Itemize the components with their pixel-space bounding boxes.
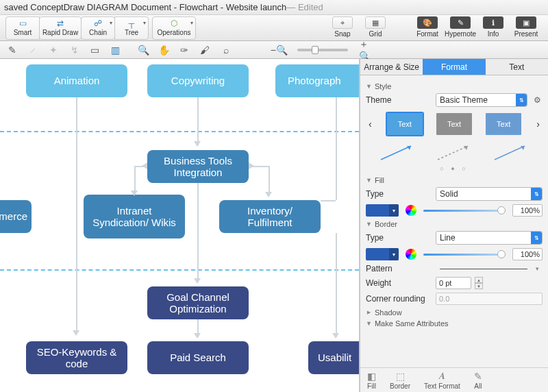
node-goal-channel[interactable]: Goal Channel Optimization (147, 286, 249, 319)
node-paid-search[interactable]: Paid Search (147, 341, 249, 374)
fill-type-label: Type (366, 189, 432, 199)
corner-rounding-label: Corner rounding (366, 294, 432, 304)
node-usability[interactable]: Usabilit (308, 341, 360, 374)
zoom-in-icon[interactable]: ＋🔍 (359, 43, 373, 57)
library-icon[interactable]: ▥ (109, 43, 123, 57)
svg-line-4 (495, 146, 525, 160)
node-photograph[interactable]: Photograph (275, 64, 359, 97)
tab-arrange-size[interactable]: Arrange & Size (360, 59, 423, 75)
node-inventory[interactable]: Inventory/ Fulfilment (219, 200, 321, 233)
connector (336, 233, 337, 337)
section-shadow[interactable]: ▼Shadow (366, 308, 543, 317)
arrow-style-preview[interactable] (435, 142, 473, 162)
node-animation[interactable]: Animation (26, 64, 127, 97)
doc-title: saved ConceptDraw DIAGRAM Document - Flo… (4, 2, 286, 12)
page-dots[interactable]: ○ ● ○ (366, 165, 543, 172)
grid-button[interactable]: ▦Grid (359, 16, 392, 40)
operations-button[interactable]: ⬡Operations▾ (152, 16, 196, 40)
smart-button[interactable]: ▭Smart (5, 16, 40, 40)
tab-format[interactable]: Format (423, 59, 485, 75)
info-button[interactable]: ℹInfo (477, 16, 510, 40)
apply-all-button[interactable]: ✎All (474, 371, 482, 390)
weight-input[interactable]: 0 pt (436, 277, 471, 289)
arrow-head-icon (194, 141, 201, 147)
arrow-head-icon (332, 333, 339, 339)
pen-tool-icon[interactable]: ✎ (5, 43, 19, 57)
connector (252, 166, 269, 167)
eyedropper-icon[interactable]: ✑ (177, 43, 191, 57)
tool-icon[interactable]: ⟋ (26, 43, 40, 57)
secondary-toolbar: ✎ ⟋ ✦ ↯ ▭ ▥ 🔍 ✋ ✑ 🖌 ⌕ −🔍 ＋🔍 (0, 41, 548, 59)
connector (76, 97, 77, 330)
arrow-head-icon (194, 278, 201, 284)
apply-border-button[interactable]: ⬚Border (390, 371, 410, 390)
chevron-down-icon[interactable]: ▾ (536, 265, 543, 272)
theme-swatch[interactable]: Text (486, 113, 521, 135)
format-button[interactable]: 🎨Format (411, 16, 444, 40)
color-wheel-icon[interactable] (406, 205, 416, 216)
connector (321, 200, 336, 201)
svg-line-2 (438, 146, 468, 160)
apply-text-format-button[interactable]: 𝑨Text Format (424, 370, 460, 390)
theme-swatch[interactable]: Text (387, 113, 423, 135)
theme-swatch[interactable]: Text (436, 113, 472, 135)
section-border[interactable]: ▼Border (366, 220, 543, 228)
border-type-select[interactable]: Line⇅ (436, 231, 543, 245)
weight-stepper[interactable]: ▲▼ (475, 277, 483, 289)
fill-type-select[interactable]: Solid⇅ (436, 187, 543, 201)
hypernote-button[interactable]: ✎Hypernote (444, 16, 477, 40)
zoom-slider[interactable] (297, 49, 347, 51)
apply-fill-button[interactable]: ◧Fill (367, 371, 376, 390)
tree-button[interactable]: ┬Tree▾ (114, 16, 149, 40)
arrow-head-icon (131, 191, 138, 196)
brush-icon[interactable]: ⌕ (219, 43, 233, 57)
diagram-canvas[interactable]: Animation Copywriting Photograph Busines… (0, 59, 360, 392)
pattern-preview[interactable] (440, 269, 527, 269)
node-business-tools[interactable]: Business Tools Integration (147, 150, 249, 183)
section-make-same[interactable]: ▼Make Same Attributes (366, 319, 543, 328)
chevron-right-icon[interactable]: › (535, 119, 541, 130)
snap-button[interactable]: ⌖Snap (326, 16, 359, 40)
paint-icon[interactable]: 🖌 (198, 43, 212, 57)
arrow-style-preview[interactable] (378, 142, 416, 162)
arrow-head-icon (142, 162, 147, 169)
inspector-panel: Arrange & Size Format Text ▼Style Theme … (360, 59, 548, 392)
fill-opacity-value[interactable]: 100% (512, 204, 543, 217)
arrow-head-icon (249, 162, 254, 169)
theme-select[interactable]: Basic Theme⇅ (436, 93, 527, 107)
corner-rounding-input[interactable]: 0.0 (436, 293, 543, 305)
section-fill[interactable]: ▼Fill (366, 176, 543, 184)
color-wheel-icon[interactable] (406, 249, 416, 260)
pattern-label: Pattern (366, 264, 432, 273)
arrow-head-icon (265, 192, 272, 197)
present-button[interactable]: ▣Present (510, 16, 543, 40)
arrow-style-preview[interactable] (492, 142, 530, 162)
svg-line-0 (381, 146, 411, 160)
border-color-button[interactable]: ▾ (366, 248, 399, 260)
node-seo[interactable]: SEO-Keywords & code (26, 341, 127, 374)
magnify-icon[interactable]: 🔍 (136, 43, 150, 57)
section-style[interactable]: ▼Style (366, 82, 543, 90)
title-bar: saved ConceptDraw DIAGRAM Document - Flo… (0, 0, 548, 15)
border-type-label: Type (366, 233, 432, 243)
hand-tool-icon[interactable]: ✋ (157, 43, 171, 57)
main-toolbar: ▭Smart ⇄Rapid Draw ☍Chain▾ ┬Tree▾ ⬡Opera… (0, 15, 548, 41)
fill-color-button[interactable]: ▾ (366, 204, 399, 217)
gear-icon[interactable]: ⚙ (532, 95, 543, 106)
node-commerce[interactable]: merce (0, 200, 32, 233)
node-copywriting[interactable]: Copywriting (147, 64, 249, 97)
fill-opacity-slider[interactable] (423, 210, 506, 212)
border-opacity-slider[interactable] (423, 254, 506, 256)
shape-tool-icon[interactable]: ▭ (88, 43, 102, 57)
tab-text[interactable]: Text (486, 59, 548, 75)
tool-icon[interactable]: ✦ (47, 43, 60, 57)
theme-label: Theme (366, 95, 432, 105)
chevron-left-icon[interactable]: ‹ (367, 119, 373, 130)
tool-icon[interactable]: ↯ (67, 43, 81, 57)
node-intranet[interactable]: Intranet Syndication/ Wikis (84, 195, 185, 238)
border-opacity-value[interactable]: 100% (512, 248, 543, 260)
connector (197, 97, 199, 145)
zoom-out-icon[interactable]: −🔍 (271, 43, 286, 57)
chain-button[interactable]: ☍Chain▾ (81, 16, 115, 40)
rapid-draw-button[interactable]: ⇄Rapid Draw (39, 16, 82, 40)
